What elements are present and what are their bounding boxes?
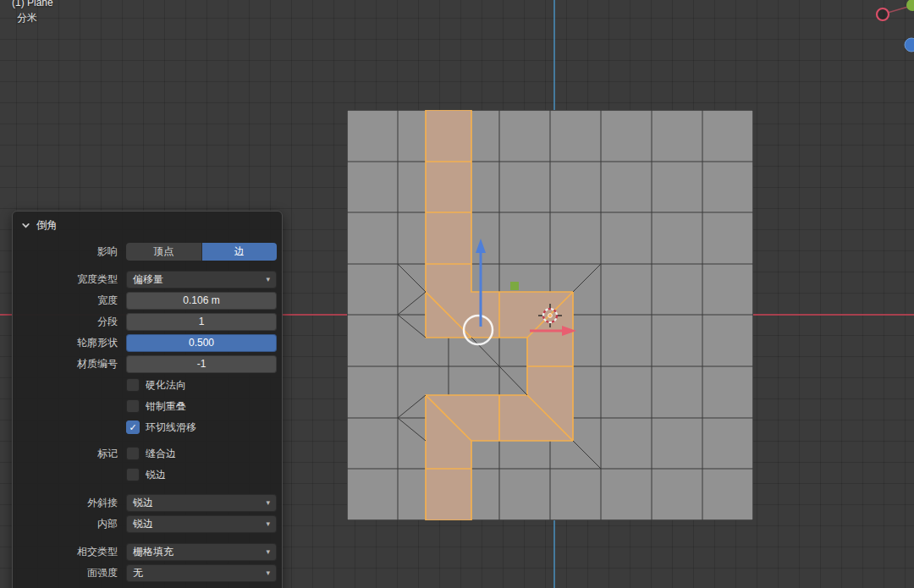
viewport-unit-label: 分米 [17, 11, 37, 25]
face-strength-label: 面强度 [13, 566, 126, 580]
seams-checkbox[interactable] [126, 447, 140, 460]
row-face-strength: 面强度 无 ▾ [13, 563, 277, 582]
row-miter-inner: 内部 锐边 ▾ [13, 514, 277, 533]
row-segments: 分段 1 [13, 312, 277, 331]
row-intersection-type: 相交类型 栅格填充 ▾ [13, 542, 277, 561]
miter-outer-value: 锐边 [133, 496, 153, 510]
chevron-down-icon: ▾ [266, 520, 270, 528]
loop-slide-label: 环切线滑移 [146, 420, 196, 435]
intersection-type-label: 相交类型 [13, 545, 126, 559]
seams-checkbox-row[interactable]: 缝合边 [126, 447, 277, 461]
segments-label: 分段 [13, 315, 126, 329]
nav-axis-x-ball[interactable] [877, 8, 889, 20]
material-index-label: 材质编号 [13, 357, 126, 371]
width-field[interactable]: 0.106 m [126, 292, 277, 310]
sharp-label: 锐边 [146, 468, 166, 482]
panel-title: 倒角 [36, 218, 58, 233]
row-loop-slide: 环切线滑移 [13, 418, 277, 437]
sharp-checkbox-row[interactable]: 锐边 [126, 468, 277, 482]
miter-inner-value: 锐边 [133, 517, 153, 531]
harden-normals-label: 硬化法向 [146, 378, 186, 393]
face-strength-value: 无 [133, 566, 143, 580]
row-mark-seams: 标记 缝合边 [13, 444, 277, 463]
row-shape: 轮廓形状 0.500 [13, 333, 277, 352]
width-type-dropdown[interactable]: 偏移量 ▾ [126, 271, 277, 289]
row-clamp-overlap: 钳制重叠 [13, 397, 277, 415]
seams-label: 缝合边 [146, 447, 176, 461]
affect-label: 影响 [13, 245, 126, 259]
width-type-label: 宽度类型 [13, 272, 126, 287]
loop-slide-checkbox-row[interactable]: 环切线滑移 [126, 420, 277, 435]
chevron-down-icon: ▾ [266, 276, 270, 283]
sharp-checkbox[interactable] [126, 468, 140, 481]
miter-inner-label: 内部 [13, 517, 126, 531]
affect-vertices-button[interactable]: 顶点 [126, 243, 201, 261]
face-strength-dropdown[interactable]: 无 ▾ [126, 564, 277, 582]
mesh-plane[interactable] [347, 110, 753, 520]
row-miter-outer: 外斜接 锐边 ▾ [13, 493, 277, 512]
blender-3d-viewport[interactable]: (1) Plane 分米 倒角 影响 顶点 边 宽度类型 偏移量 ▾ [0, 0, 914, 588]
affect-segmented: 顶点 边 [126, 243, 277, 261]
panel-header[interactable]: 倒角 [13, 216, 282, 234]
intersection-type-dropdown[interactable]: 栅格填充 ▾ [126, 543, 277, 561]
miter-outer-label: 外斜接 [13, 496, 126, 510]
nav-axis-z-ball[interactable] [905, 38, 914, 52]
segments-field[interactable]: 1 [126, 313, 277, 331]
bevel-operator-panel: 倒角 影响 顶点 边 宽度类型 偏移量 ▾ 宽度 0.106 m 分段 1 [12, 211, 283, 588]
width-type-value: 偏移量 [133, 272, 163, 287]
row-width-type: 宽度类型 偏移量 ▾ [13, 270, 277, 289]
nav-axis-y-ball[interactable] [906, 0, 914, 11]
material-index-field[interactable]: -1 [126, 355, 277, 373]
affect-edges-button[interactable]: 边 [201, 243, 278, 261]
collapse-chevron-icon [21, 221, 30, 230]
row-material-index: 材质编号 -1 [13, 354, 277, 373]
row-mark-sharp: 锐边 [13, 465, 277, 484]
harden-normals-checkbox[interactable] [126, 378, 140, 392]
row-width: 宽度 0.106 m [13, 291, 277, 310]
navigation-gizmo[interactable] [877, 0, 914, 52]
miter-outer-dropdown[interactable]: 锐边 ▾ [126, 494, 277, 512]
shape-label: 轮廓形状 [13, 336, 126, 350]
chevron-down-icon: ▾ [266, 499, 270, 507]
row-affect: 影响 顶点 边 [13, 242, 277, 261]
loop-slide-checkbox[interactable] [126, 420, 140, 434]
clamp-overlap-checkbox[interactable] [126, 399, 140, 413]
intersection-type-value: 栅格填充 [133, 545, 173, 559]
mark-label: 标记 [13, 447, 126, 461]
clamp-overlap-label: 钳制重叠 [146, 399, 186, 414]
chevron-down-icon: ▾ [266, 548, 270, 556]
shape-slider[interactable]: 0.500 [126, 334, 277, 352]
harden-normals-checkbox-row[interactable]: 硬化法向 [126, 378, 277, 393]
chevron-down-icon: ▾ [266, 569, 270, 577]
miter-inner-dropdown[interactable]: 锐边 ▾ [126, 515, 277, 533]
width-label: 宽度 [13, 294, 126, 308]
row-harden-normals: 硬化法向 [13, 376, 277, 394]
viewport-object-info: (1) Plane [12, 0, 53, 8]
clamp-overlap-checkbox-row[interactable]: 钳制重叠 [126, 399, 277, 414]
